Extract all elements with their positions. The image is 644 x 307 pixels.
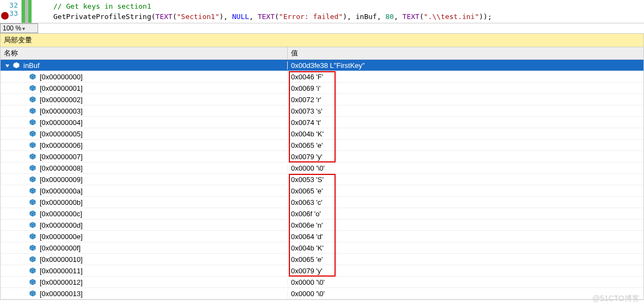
variable-icon: [29, 187, 36, 195]
var-value: 0x0000 '\0': [288, 163, 643, 173]
variable-icon: [29, 153, 36, 160]
table-row[interactable]: [0x0000000d]0x006e 'n': [1, 220, 643, 231]
var-index: [0x0000000a]: [40, 187, 83, 195]
var-index: [0x00000003]: [40, 107, 83, 115]
variable-icon: [29, 244, 36, 252]
expander-placeholder: [20, 222, 27, 228]
code-string: "Error: failed": [279, 12, 343, 21]
variable-icon: [29, 73, 36, 80]
breakpoint-icon[interactable]: [1, 12, 9, 20]
var-index: [0x00000010]: [40, 255, 83, 264]
table-row[interactable]: [0x00000007]0x0079 'y': [1, 151, 643, 162]
zoom-value: 100 %: [3, 24, 21, 32]
table-row[interactable]: [0x0000000a]0x0065 'e': [1, 185, 643, 197]
variable-icon: [29, 141, 36, 149]
var-value: 0x0079 'y': [288, 152, 643, 162]
chevron-down-icon: ▾: [22, 26, 25, 32]
table-row[interactable]: [0x00000010]0x0065 'e': [1, 254, 643, 265]
table-row[interactable]: [0x00000011]0x0079 'y': [1, 265, 643, 277]
table-row[interactable]: [0x0000000c]0x006f 'o': [1, 208, 643, 220]
table-row-root[interactable]: inBuf 0x00d3fe38 L"FirstKey": [1, 60, 643, 71]
expander-placeholder: [20, 210, 27, 217]
var-value: 0x0046 'F': [288, 72, 643, 82]
code-num: 80: [386, 12, 394, 21]
var-index: [0x00000004]: [40, 118, 83, 127]
table-row[interactable]: [0x00000012]0x0000 '\0': [1, 277, 643, 288]
variable-icon: [29, 290, 36, 297]
var-value: 0x0069 'i': [288, 83, 643, 93]
var-index: [0x0000000f]: [40, 244, 81, 252]
table-row[interactable]: [0x00000005]0x004b 'K': [1, 128, 643, 140]
table-row[interactable]: [0x00000008]0x0000 '\0': [1, 162, 643, 174]
expander-placeholder: [20, 73, 27, 80]
var-value: 0x0065 'e': [288, 140, 643, 151]
expander-placeholder: [20, 130, 27, 137]
table-row[interactable]: [0x00000006]0x0065 'e': [1, 140, 643, 151]
table-row[interactable]: [0x0000000e]0x0064 'd': [1, 231, 643, 242]
table-row[interactable]: [0x00000003]0x0073 's': [1, 105, 643, 117]
table-row[interactable]: [0x00000000]0x0046 'F': [1, 71, 643, 83]
var-index: [0x00000001]: [40, 84, 83, 92]
var-index: [0x00000013]: [40, 290, 83, 298]
code-string: ".\\test.ini": [424, 12, 479, 21]
var-index: [0x0000000e]: [40, 233, 83, 241]
variable-icon: [13, 61, 20, 69]
var-value: 0x0065 'e': [288, 186, 643, 196]
table-row[interactable]: [0x00000009]0x0053 'S': [1, 174, 643, 185]
table-row[interactable]: [0x00000004]0x0074 't': [1, 117, 643, 128]
code-comment: // Get keys in section1: [53, 2, 151, 10]
variable-icon: [29, 130, 36, 137]
table-row[interactable]: [0x0000000b]0x0063 'c': [1, 197, 643, 208]
var-value: 0x006e 'n': [288, 220, 643, 230]
zoom-dropdown[interactable]: 100 % ▾: [0, 23, 38, 33]
expander-placeholder: [20, 245, 27, 251]
locals-grid[interactable]: 名称 值 inBuf 0x00d3fe38 L"FirstKey" [0x000…: [0, 47, 644, 300]
code-string: "Section1": [177, 12, 219, 21]
var-index: [0x0000000b]: [40, 198, 83, 206]
var-value: 0x0072 'r': [288, 95, 643, 105]
var-value: 0x0074 't': [288, 117, 643, 128]
line-number: 32: [0, 1, 18, 9]
code-editor[interactable]: 32 33 // Get keys in section1 GetPrivate…: [0, 0, 644, 23]
table-row[interactable]: [0x00000002]0x0072 'r': [1, 94, 643, 105]
expander-open-icon[interactable]: [4, 62, 10, 68]
var-value: 0x0065 'e': [288, 254, 643, 265]
variable-icon: [29, 176, 36, 183]
var-value: 0x0053 'S': [288, 174, 643, 185]
code-fn: GetPrivateProfileString: [53, 12, 151, 21]
var-value: 0x0064 'd': [288, 231, 643, 242]
table-row[interactable]: [0x00000001]0x0069 'i': [1, 83, 643, 94]
variable-icon: [29, 96, 36, 103]
expander-placeholder: [20, 267, 27, 274]
expander-placeholder: [20, 199, 27, 205]
watermark: @51CTO博客: [592, 294, 640, 300]
expander-placeholder: [20, 85, 27, 91]
expander-placeholder: [20, 142, 27, 148]
code-null: NULL: [232, 12, 249, 21]
expander-placeholder: [20, 119, 27, 126]
variable-icon: [29, 118, 36, 126]
var-index: [0x00000002]: [40, 96, 83, 104]
panel-title: 局部变量: [0, 33, 644, 47]
grid-header: 名称 值: [1, 47, 643, 60]
variable-icon: [29, 164, 36, 172]
var-value: 0x0000 '\0': [288, 289, 643, 299]
column-name-header[interactable]: 名称: [1, 47, 288, 59]
expander-placeholder: [20, 165, 27, 171]
expander-placeholder: [20, 108, 27, 114]
var-value: 0x0063 'c': [288, 197, 643, 208]
variable-icon: [29, 233, 36, 240]
var-value: 0x0073 's': [288, 106, 643, 116]
var-name: inBuf: [23, 61, 40, 70]
table-row[interactable]: [0x00000013]0x0000 '\0': [1, 288, 643, 299]
code-macro: TEXT: [156, 12, 172, 21]
column-value-header[interactable]: 值: [288, 47, 643, 59]
var-index: [0x00000005]: [40, 130, 83, 138]
var-value: 0x006f 'o': [288, 209, 643, 219]
expander-placeholder: [20, 176, 27, 183]
var-value: 0x0000 '\0': [288, 277, 643, 287]
table-row[interactable]: [0x0000000f]0x004b 'K': [1, 242, 643, 254]
variable-icon: [29, 221, 36, 229]
var-value: 0x0079 'y': [288, 266, 643, 276]
code-lines[interactable]: // Get keys in section1 GetPrivateProfil…: [32, 0, 644, 23]
